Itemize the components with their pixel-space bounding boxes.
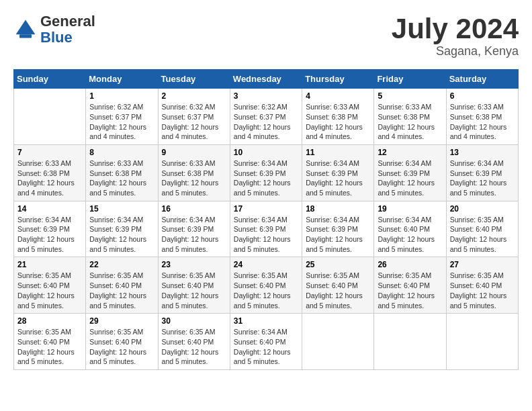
svg-marker-0 [16,20,36,35]
calendar-cell: 23Sunrise: 6:35 AMSunset: 6:40 PMDayligh… [158,257,230,314]
calendar-week-0: 1Sunrise: 6:32 AMSunset: 6:37 PMDaylight… [14,89,519,145]
logo-general: General [40,13,95,30]
calendar-cell: 19Sunrise: 6:34 AMSunset: 6:40 PMDayligh… [374,201,446,257]
day-number: 11 [306,148,370,157]
calendar-cell: 29Sunrise: 6:35 AMSunset: 6:40 PMDayligh… [86,314,158,370]
calendar-cell: 20Sunrise: 6:35 AMSunset: 6:40 PMDayligh… [446,201,518,257]
day-info: Sunrise: 6:34 AMSunset: 6:40 PMDaylight:… [234,327,298,367]
day-number: 31 [234,316,298,326]
day-info: Sunrise: 6:35 AMSunset: 6:40 PMDaylight:… [234,271,298,310]
day-number: 28 [17,316,82,326]
calendar-cell: 3Sunrise: 6:32 AMSunset: 6:37 PMDaylight… [230,89,302,145]
calendar-cell: 13Sunrise: 6:34 AMSunset: 6:39 PMDayligh… [446,144,518,201]
weekday-header-monday: Monday [86,70,158,89]
day-info: Sunrise: 6:34 AMSunset: 6:39 PMDaylight:… [450,158,515,198]
day-number: 7 [17,148,82,157]
calendar-week-1: 7Sunrise: 6:33 AMSunset: 6:38 PMDaylight… [14,144,519,201]
calendar-body: 1Sunrise: 6:32 AMSunset: 6:37 PMDaylight… [14,89,519,370]
day-number: 19 [378,204,442,214]
page-header: General Blue July 2024 Sagana, Kenya [13,13,519,58]
calendar-cell: 27Sunrise: 6:35 AMSunset: 6:40 PMDayligh… [446,257,518,314]
day-info: Sunrise: 6:33 AMSunset: 6:38 PMDaylight:… [89,158,154,198]
calendar-table: SundayMondayTuesdayWednesdayThursdayFrid… [13,69,519,370]
day-info: Sunrise: 6:32 AMSunset: 6:37 PMDaylight:… [162,102,226,142]
day-info: Sunrise: 6:33 AMSunset: 6:38 PMDaylight:… [306,102,370,142]
day-number: 23 [162,260,226,269]
day-number: 10 [234,148,298,157]
day-number: 4 [306,91,370,101]
calendar-cell: 5Sunrise: 6:33 AMSunset: 6:38 PMDaylight… [374,89,446,145]
day-number: 8 [89,148,154,157]
day-info: Sunrise: 6:34 AMSunset: 6:39 PMDaylight:… [234,158,298,198]
day-info: Sunrise: 6:34 AMSunset: 6:39 PMDaylight:… [162,215,226,255]
calendar-cell: 14Sunrise: 6:34 AMSunset: 6:39 PMDayligh… [14,201,86,257]
calendar-cell: 30Sunrise: 6:35 AMSunset: 6:40 PMDayligh… [158,314,230,370]
calendar-cell [446,314,518,370]
calendar-cell: 2Sunrise: 6:32 AMSunset: 6:37 PMDaylight… [158,89,230,145]
calendar-week-4: 28Sunrise: 6:35 AMSunset: 6:40 PMDayligh… [14,314,519,370]
calendar-cell: 10Sunrise: 6:34 AMSunset: 6:39 PMDayligh… [230,144,302,201]
day-info: Sunrise: 6:35 AMSunset: 6:40 PMDaylight:… [378,271,442,310]
day-number: 30 [162,316,226,326]
day-number: 22 [89,260,154,269]
weekday-header-wednesday: Wednesday [230,70,302,89]
day-info: Sunrise: 6:35 AMSunset: 6:40 PMDaylight:… [450,271,515,310]
calendar-week-3: 21Sunrise: 6:35 AMSunset: 6:40 PMDayligh… [14,257,519,314]
day-number: 15 [89,204,154,214]
logo-icon [13,17,38,42]
day-info: Sunrise: 6:32 AMSunset: 6:37 PMDaylight:… [234,102,298,142]
day-number: 5 [378,91,442,101]
calendar-cell: 25Sunrise: 6:35 AMSunset: 6:40 PMDayligh… [302,257,374,314]
svg-rect-1 [19,34,32,38]
day-info: Sunrise: 6:33 AMSunset: 6:38 PMDaylight:… [162,158,226,198]
day-info: Sunrise: 6:34 AMSunset: 6:39 PMDaylight:… [234,215,298,255]
day-info: Sunrise: 6:33 AMSunset: 6:38 PMDaylight:… [378,102,442,142]
day-number: 3 [234,91,298,101]
weekday-header-thursday: Thursday [302,70,374,89]
calendar-cell: 8Sunrise: 6:33 AMSunset: 6:38 PMDaylight… [86,144,158,201]
day-info: Sunrise: 6:32 AMSunset: 6:37 PMDaylight:… [89,102,154,142]
day-info: Sunrise: 6:35 AMSunset: 6:40 PMDaylight:… [450,215,515,255]
day-info: Sunrise: 6:34 AMSunset: 6:39 PMDaylight:… [17,215,82,255]
weekday-header-sunday: Sunday [14,70,86,89]
calendar-week-2: 14Sunrise: 6:34 AMSunset: 6:39 PMDayligh… [14,201,519,257]
weekday-header-tuesday: Tuesday [158,70,230,89]
day-number: 29 [89,316,154,326]
calendar-cell: 1Sunrise: 6:32 AMSunset: 6:37 PMDaylight… [86,89,158,145]
day-number: 16 [162,204,226,214]
weekday-header-row: SundayMondayTuesdayWednesdayThursdayFrid… [14,70,519,89]
day-number: 27 [450,260,515,269]
calendar-cell: 17Sunrise: 6:34 AMSunset: 6:39 PMDayligh… [230,201,302,257]
day-info: Sunrise: 6:34 AMSunset: 6:40 PMDaylight:… [378,215,442,255]
day-number: 9 [162,148,226,157]
day-info: Sunrise: 6:34 AMSunset: 6:39 PMDaylight:… [306,215,370,255]
day-info: Sunrise: 6:34 AMSunset: 6:39 PMDaylight:… [89,215,154,255]
day-info: Sunrise: 6:33 AMSunset: 6:38 PMDaylight:… [17,158,82,198]
day-info: Sunrise: 6:35 AMSunset: 6:40 PMDaylight:… [89,327,154,367]
day-number: 18 [306,204,370,214]
day-info: Sunrise: 6:35 AMSunset: 6:40 PMDaylight:… [162,327,226,367]
logo-blue: Blue [40,29,73,46]
weekday-header-saturday: Saturday [446,70,518,89]
location: Sagana, Kenya [392,44,519,58]
title-block: July 2024 Sagana, Kenya [392,13,519,58]
day-number: 21 [17,260,82,269]
day-info: Sunrise: 6:35 AMSunset: 6:40 PMDaylight:… [306,271,370,310]
day-info: Sunrise: 6:34 AMSunset: 6:39 PMDaylight:… [306,158,370,198]
calendar-cell: 21Sunrise: 6:35 AMSunset: 6:40 PMDayligh… [14,257,86,314]
day-number: 1 [89,91,154,101]
day-number: 20 [450,204,515,214]
calendar-cell: 24Sunrise: 6:35 AMSunset: 6:40 PMDayligh… [230,257,302,314]
month-title: July 2024 [392,13,519,44]
day-info: Sunrise: 6:35 AMSunset: 6:40 PMDaylight:… [162,271,226,310]
calendar-cell: 22Sunrise: 6:35 AMSunset: 6:40 PMDayligh… [86,257,158,314]
calendar-cell: 7Sunrise: 6:33 AMSunset: 6:38 PMDaylight… [14,144,86,201]
calendar-cell: 16Sunrise: 6:34 AMSunset: 6:39 PMDayligh… [158,201,230,257]
calendar-cell [14,89,86,145]
day-number: 6 [450,91,515,101]
calendar-cell: 26Sunrise: 6:35 AMSunset: 6:40 PMDayligh… [374,257,446,314]
day-number: 25 [306,260,370,269]
calendar-cell: 18Sunrise: 6:34 AMSunset: 6:39 PMDayligh… [302,201,374,257]
calendar-cell: 28Sunrise: 6:35 AMSunset: 6:40 PMDayligh… [14,314,86,370]
calendar-cell: 11Sunrise: 6:34 AMSunset: 6:39 PMDayligh… [302,144,374,201]
